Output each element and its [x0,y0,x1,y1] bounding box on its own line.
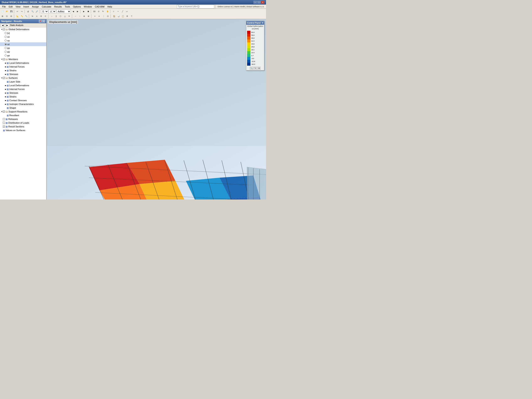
tb2-25[interactable]: 📊 [116,14,120,18]
rotate-btn[interactable]: ↻ [101,9,105,13]
tb2-8[interactable]: A [35,14,39,18]
zoom-out-btn[interactable]: 🔎 [35,9,39,13]
tb2-2[interactable]: ⊡ [5,14,9,18]
nav-prev-btn[interactable]: ◀ [1,24,5,27]
undo-btn[interactable]: ↩ [15,9,19,13]
menu-cadbim[interactable]: CAD-BIM [94,5,106,8]
tb2-18[interactable]: ⊕ [82,14,86,18]
new-btn[interactable]: 📄 [0,9,5,13]
uy-radio[interactable] [5,39,7,42]
nav-internal-forces-s[interactable]: ▶ ▦ Internal Forces [0,87,46,91]
next-lc-btn[interactable]: ▶ [76,9,80,13]
support-reactions-checkbox[interactable]: ✓ [3,111,5,113]
nav-strains-s[interactable]: ▶ ▦ Strains [0,95,46,99]
tb2-16[interactable]: → [73,14,77,18]
tb2-28[interactable]: ? [129,14,134,18]
nav-releases[interactable]: ▦ Releases [0,117,46,121]
tb2-19[interactable]: ⊗ [86,14,91,18]
nav-pin-btn[interactable]: 📌 [39,20,42,23]
nav-resultant[interactable]: ▦ Resultant [0,114,46,117]
nav-shape[interactable]: ▦ Shape [0,106,46,110]
dist-loads-checkbox[interactable] [3,122,5,124]
cp-edit-btn[interactable]: ✎ [253,67,257,70]
global-def-checkbox[interactable]: ✓ [3,28,5,30]
nav-result-sections[interactable]: ✓ ▦ Result Sections [0,125,46,128]
tb2-15[interactable]: ✕ [67,14,71,18]
tb2-14[interactable]: △ [63,14,67,18]
releases-checkbox[interactable] [3,118,5,120]
viewport[interactable]: Displacements uz [mm] [47,19,266,200]
pan-btn[interactable]: ✋ [105,9,109,13]
menu-edit[interactable]: Edit [7,5,14,8]
print-btn[interactable]: 🖨 [26,9,30,13]
tb2-6[interactable]: 🔧 [24,14,28,18]
nav-dist-loads[interactable]: ▦ Distribution of Loads [0,121,46,125]
tb2-26[interactable]: 📋 [121,14,125,18]
nav-uz[interactable]: uz [0,42,46,46]
cp-zoom-btn[interactable]: 🔍 [250,67,253,70]
color-panel-close-btn[interactable]: ✕ [262,22,263,24]
nav-surfaces[interactable]: ▼ ✓ 🗂 Surfaces [0,76,46,80]
tb2-13[interactable]: ⬡ [58,14,63,18]
nav-members[interactable]: ▼ ✓ 🗂 Members [0,57,46,61]
tb2-20[interactable]: ⌖ [93,14,97,18]
uz-radio[interactable] [5,43,7,45]
select-btn[interactable]: ⊹ [112,9,116,13]
result-sections-checkbox[interactable]: ✓ [3,126,5,128]
prev-lc-btn[interactable]: ◀ [71,9,75,13]
maximize-button[interactable]: □ [257,1,261,4]
menu-options[interactable]: Options [72,5,82,8]
menu-calculate[interactable]: Calculate [40,5,53,8]
nav-ux[interactable]: ux [0,35,46,39]
menu-view[interactable]: View [14,5,22,8]
zoom-in-btn[interactable]: 🔍 [30,9,34,13]
nav-local-def[interactable]: ▶ ▦ Local Deformations [0,61,46,65]
tb2-22[interactable]: ⋮ [101,14,106,18]
nav-next-btn[interactable]: ▶ [5,24,9,27]
cp-settings-btn[interactable]: ⚙ [257,67,261,70]
nav-layer-side[interactable]: ▦ Layer Side [0,80,46,83]
view-3d-btn[interactable]: 3D [92,9,96,13]
pz-radio[interactable] [5,54,7,57]
nav-internal-forces-m[interactable]: ▶ ▦ Internal Forces [0,65,46,69]
nav-uy[interactable]: uy [0,39,46,42]
nav-stresses-m[interactable]: ▶ ▦ Stresses [0,72,46,76]
tb2-4[interactable]: 📐 [15,14,19,18]
surfaces-checkbox[interactable]: ✓ [3,77,5,79]
nav-stresses-s[interactable]: ▶ ▦ Stresses [0,91,46,95]
tb2-23[interactable]: ⌬ [106,14,110,18]
nav-close-btn[interactable]: ✕ [42,20,45,23]
py-radio[interactable] [5,51,7,53]
lc2-selector[interactable]: LC2 [49,10,56,13]
menu-results[interactable]: Results [53,5,63,8]
menu-window[interactable]: Window [82,5,93,8]
tb2-10[interactable]: C [44,14,48,18]
menu-insert[interactable]: Insert [22,5,30,8]
nav-strains-m[interactable]: ▶ ▦ Strains [0,69,46,72]
close-button[interactable]: ✕ [261,1,264,4]
minimize-button[interactable]: ─ [253,1,257,4]
members-checkbox[interactable]: ✓ [3,58,5,60]
open-btn[interactable]: 📂 [5,9,9,13]
tb2-7[interactable]: N [30,14,34,18]
tb2-5[interactable]: 📏 [20,14,24,18]
nav-pz[interactable]: φz [0,54,46,57]
menu-assign[interactable]: Assign [31,5,40,8]
nav-support-reactions[interactable]: ▼ ✓ 🗂 Support Reactions [0,110,46,114]
tb2-11[interactable]: ⟂ [50,14,54,18]
menu-tools[interactable]: Tools [63,5,71,8]
run-btn[interactable]: ▶ [82,9,86,13]
stop-btn[interactable]: ⏹ [86,9,90,13]
surface-btn[interactable]: ▭ [125,9,129,13]
ux-radio[interactable] [5,36,7,38]
px-radio[interactable] [5,47,7,49]
tb2-27[interactable]: ⚙ [125,14,129,18]
nav-local-def-s[interactable]: ▶ ▦ Local Deformations [0,83,46,87]
menu-file[interactable]: File [1,5,7,8]
load-case-selector[interactable]: Aufbau [56,10,71,13]
tb2-24[interactable]: 🏠 [112,14,116,18]
nav-global-def[interactable]: ▼ ✓ 🗂 Global Deformations [0,27,46,31]
node-btn[interactable]: • [116,9,120,13]
member-btn[interactable]: ╱ [120,9,125,13]
view-top-btn[interactable]: ⊙ [97,9,101,13]
